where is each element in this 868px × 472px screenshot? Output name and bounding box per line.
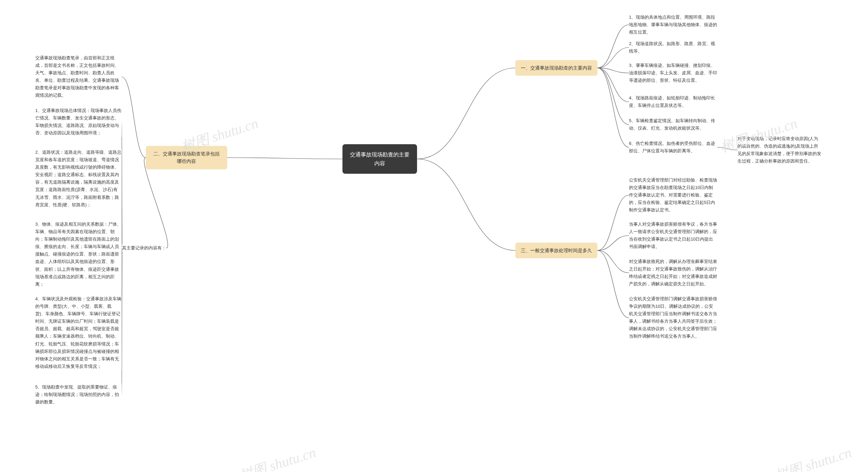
section-3-item-3: 对交通事故致死的，调解从办理丧葬事宜结束之日起开始；对交通事故致伤的，调解从治疗…	[629, 258, 717, 288]
section-1-title: 一、交通事故现场勘查的主要内容	[521, 65, 592, 71]
root-node[interactable]: 交通事故现场勘查的主要 内容	[342, 144, 417, 174]
section-2-item-5: 5、现场勘查中发现、提取的重要物证、痕迹；绘制现场图情况；现场拍照的内容，拍摄的…	[35, 383, 122, 406]
section-3-item-2: 当事人对交通事故损害赔偿有争议，各方当事人一致请求公安机关交通管理部门调解的，应…	[629, 221, 717, 250]
section-1[interactable]: 一、交通事故现场勘查的主要内容	[515, 60, 597, 76]
section-2-item-2: 2、道路状况：道路走向、道路等级、道路总宽度和各车道的宽度；现场坡道、弯道情况及…	[35, 149, 122, 209]
section-1-item-4: 4、现场路面痕迹。如轮胎印迹、制动拖印长度、车辆停止位置及状态等。	[629, 94, 717, 109]
root-title-line2: 内容	[374, 161, 385, 166]
section-3-item-4: 公安机关交通管理部门调解交通事故损害赔偿争议的期限为10日。调解达成协议的，公安…	[629, 295, 717, 340]
section-3-item-1: 公安机关交通管理部门对经过勘验、检查现场的交通事故应当在勘查现场之日起10日内制…	[629, 176, 717, 214]
section-2-sublabel: 其主要记录的内容有：	[122, 244, 166, 252]
section-1-item-6: 6、伤亡检查情况。如伤者的受伤部位、血迹部位、尸体位置与车辆的距离等。	[629, 140, 717, 155]
section-3[interactable]: 三、一般交通事故处理时间是多久	[515, 243, 597, 258]
section-2-item-4: 4、车辆状况及外观检验：交通事故涉及车辆的号牌、类型(大、中、小型、载客、载货)…	[35, 295, 122, 370]
section-2-intro: 交通事故现场勘查笔录，由首部和正文组成，首部是文书名称，正文包括事故时间、天气、…	[35, 54, 122, 99]
section-2[interactable]: 二、交通事故现场勘查笔录包括哪些内容	[146, 146, 227, 169]
section-1-item-1: 1、现场的具体地点和位置。周围环境、路段地形地物、肇事车辆与现场其他物体、痕迹的…	[629, 14, 717, 36]
section-2-item-3: 3、物体、痕迹及相互间的关系数据：尸体、车辆、物品等有关因素在现场的位置、朝向；…	[35, 221, 122, 288]
section-3-title: 三、一般交通事故处理时间是多久	[521, 248, 592, 253]
root-title-line1: 交通事故现场勘查的主要	[350, 152, 410, 157]
connector-canvas	[0, 0, 868, 472]
section-2-item-1: 1、交通事故现场总体情况：现场事故人员伤亡情况、车辆数量、发生交通事故的形态、车…	[35, 107, 122, 137]
section-1-item-2: 2、现场道路状况。如路形、路质、路宽、视线等。	[629, 40, 717, 55]
section-1-item-3: 3、肇事车辆痕迹。如车辆碰撞、挫划印痕、油漆脱落印迹。车上头发、皮屑、血迹、手印…	[629, 62, 717, 84]
section-1-item-6-note: 对于变动现场，记录时应将变动原因(人为的或自然的、伪造的或逃逸的)及现场上所见的…	[737, 135, 822, 165]
section-1-item-5: 5、车辆检查鉴定情况。如车辆转向制动、传动、仪表、灯光、发动机效能状况等。	[629, 117, 717, 132]
section-2-title: 二、交通事故现场勘查笔录包括哪些内容	[153, 151, 220, 164]
